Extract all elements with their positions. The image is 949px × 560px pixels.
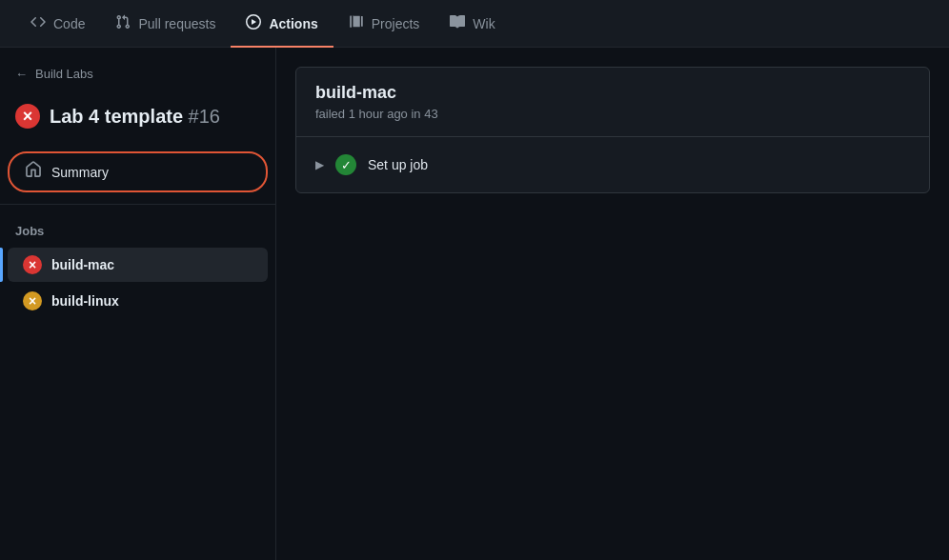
job-card: build-mac failed 1 hour ago in 43 ▶ Set …: [295, 67, 930, 193]
job-name-build-mac: build-mac: [51, 257, 114, 272]
actions-icon: [246, 14, 261, 33]
nav-actions-label: Actions: [269, 16, 317, 31]
workflow-name: Lab 4 template #16: [50, 106, 220, 128]
workflow-title: Lab 4 template #16: [0, 96, 275, 148]
main-content: ← Build Labs Lab 4 template #16 Summary …: [0, 48, 949, 560]
code-icon: [30, 14, 46, 33]
nav-projects[interactable]: Projects: [333, 0, 435, 47]
job-status-fail-icon: [23, 255, 42, 274]
step-list: ▶ Set up job: [296, 137, 929, 192]
nav-actions[interactable]: Actions: [231, 0, 333, 47]
top-navigation: Code Pull requests Actions Projects: [0, 0, 949, 48]
nav-projects-label: Projects: [372, 16, 420, 31]
job-item-build-linux[interactable]: build-linux: [8, 284, 268, 318]
job-status-orange-icon: [23, 291, 42, 310]
job-item-build-mac[interactable]: build-mac: [8, 248, 268, 282]
nav-pull-requests-label: Pull requests: [138, 16, 215, 31]
step-status-success-icon: [335, 154, 356, 175]
step-name-setup-job: Set up job: [368, 157, 428, 172]
sidebar-divider: [0, 204, 275, 205]
nav-code[interactable]: Code: [15, 0, 100, 47]
jobs-section-label: Jobs: [0, 216, 275, 246]
job-name-build-linux: build-linux: [51, 293, 119, 309]
job-card-title: build-mac: [315, 83, 910, 103]
pull-request-icon: [115, 14, 131, 33]
step-setup-job[interactable]: ▶ Set up job: [296, 145, 929, 185]
step-chevron-icon: ▶: [315, 158, 324, 171]
breadcrumb[interactable]: ← Build Labs: [0, 63, 275, 96]
sidebar: ← Build Labs Lab 4 template #16 Summary …: [0, 48, 276, 560]
workflow-number: #16: [189, 106, 220, 127]
home-icon: [25, 161, 42, 183]
workflow-status-fail-icon: [15, 104, 40, 129]
nav-pull-requests[interactable]: Pull requests: [100, 0, 231, 47]
wiki-icon: [450, 14, 465, 33]
summary-label: Summary: [51, 165, 109, 180]
summary-item[interactable]: Summary: [8, 151, 268, 192]
nav-code-label: Code: [53, 16, 85, 31]
nav-wiki[interactable]: Wik: [434, 0, 510, 47]
breadcrumb-label: Build Labs: [35, 67, 93, 81]
nav-wiki-label: Wik: [473, 16, 495, 31]
job-card-header: build-mac failed 1 hour ago in 43: [296, 68, 929, 137]
job-card-meta: failed 1 hour ago in 43: [315, 107, 910, 121]
breadcrumb-arrow: ←: [15, 67, 28, 81]
projects-icon: [349, 14, 364, 33]
right-panel: build-mac failed 1 hour ago in 43 ▶ Set …: [276, 48, 949, 560]
workflow-title-text: Lab 4 template: [50, 106, 183, 127]
